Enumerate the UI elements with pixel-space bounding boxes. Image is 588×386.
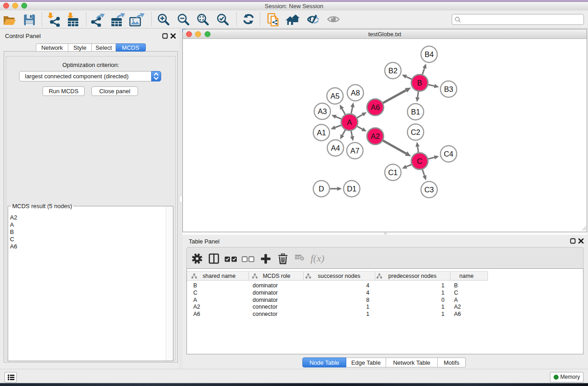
svg-text:B2: B2 bbox=[388, 67, 397, 75]
svg-text:A4: A4 bbox=[331, 144, 340, 152]
svg-text:A: A bbox=[347, 118, 352, 126]
svg-text:A8: A8 bbox=[351, 89, 360, 97]
svg-text:C2: C2 bbox=[411, 128, 420, 136]
svg-text:C: C bbox=[417, 157, 422, 165]
svg-text:C3: C3 bbox=[424, 186, 434, 194]
svg-text:A5: A5 bbox=[330, 92, 339, 100]
svg-text:A7: A7 bbox=[350, 147, 359, 155]
svg-text:A3: A3 bbox=[318, 107, 327, 115]
svg-text:A6: A6 bbox=[371, 103, 380, 111]
svg-text:B3: B3 bbox=[444, 85, 453, 93]
svg-text:A2: A2 bbox=[371, 132, 380, 140]
svg-text:B4: B4 bbox=[425, 50, 434, 58]
svg-text:A1: A1 bbox=[317, 129, 326, 137]
svg-text:B: B bbox=[417, 79, 422, 87]
svg-text:D: D bbox=[319, 185, 324, 193]
svg-text:D1: D1 bbox=[347, 185, 356, 193]
svg-text:C4: C4 bbox=[444, 150, 453, 158]
svg-text:B1: B1 bbox=[411, 108, 420, 116]
svg-text:C1: C1 bbox=[388, 168, 397, 176]
